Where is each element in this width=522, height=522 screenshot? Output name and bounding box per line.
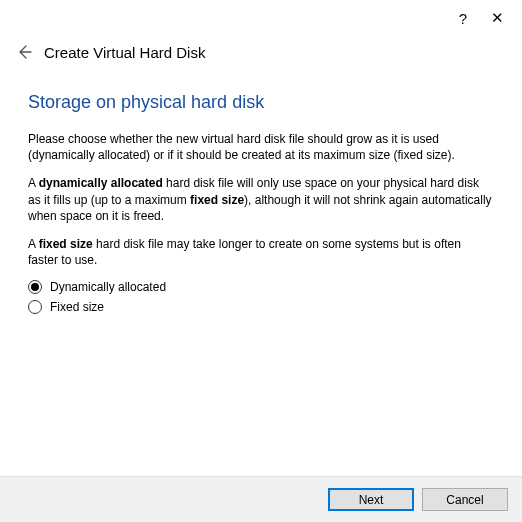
radio-fixed-size[interactable]: Fixed size <box>28 300 494 314</box>
text-frag: A <box>28 237 39 251</box>
close-button[interactable]: ✕ <box>480 4 514 32</box>
storage-type-radio-group: Dynamically allocated Fixed size <box>28 280 494 314</box>
radio-icon <box>28 300 42 314</box>
text-bold: fixed size <box>39 237 93 251</box>
wizard-header: Create Virtual Hard Disk <box>0 36 522 80</box>
page-heading: Storage on physical hard disk <box>28 92 494 113</box>
dynamic-explain-paragraph: A dynamically allocated hard disk file w… <box>28 175 494 224</box>
close-icon: ✕ <box>491 9 504 27</box>
radio-dynamically-allocated[interactable]: Dynamically allocated <box>28 280 494 294</box>
cancel-button[interactable]: Cancel <box>422 488 508 511</box>
text-bold: fixed size <box>190 193 244 207</box>
wizard-content: Storage on physical hard disk Please cho… <box>0 92 522 314</box>
text-bold: dynamically allocated <box>39 176 163 190</box>
intro-paragraph: Please choose whether the new virtual ha… <box>28 131 494 163</box>
fixed-explain-paragraph: A fixed size hard disk file may take lon… <box>28 236 494 268</box>
help-button[interactable]: ? <box>446 4 480 32</box>
back-button[interactable] <box>14 42 34 62</box>
text-frag: A <box>28 176 39 190</box>
radio-icon <box>28 280 42 294</box>
wizard-footer: Next Cancel <box>0 476 522 522</box>
next-button[interactable]: Next <box>328 488 414 511</box>
titlebar: ? ✕ <box>0 0 522 36</box>
text-frag: hard disk file may take longer to create… <box>28 237 461 267</box>
radio-label: Dynamically allocated <box>50 280 166 294</box>
help-icon: ? <box>459 10 467 27</box>
wizard-title: Create Virtual Hard Disk <box>44 44 205 61</box>
radio-label: Fixed size <box>50 300 104 314</box>
back-arrow-icon <box>16 44 32 60</box>
